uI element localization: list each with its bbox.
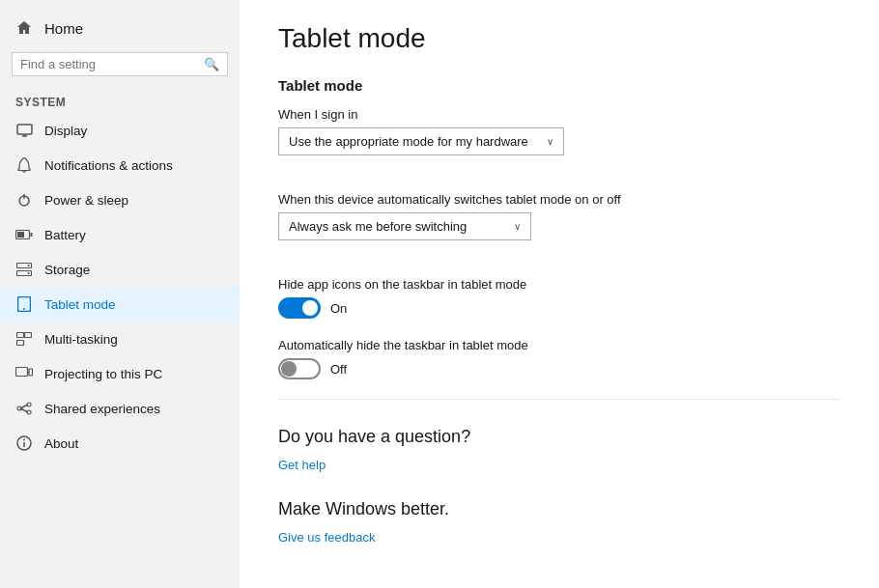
sign-in-dropdown-wrapper[interactable]: Use the appropriate mode for my hardware… [278, 127, 564, 155]
sidebar-item-storage-label: Storage [44, 263, 90, 277]
about-icon [15, 434, 33, 452]
svg-rect-15 [17, 341, 24, 346]
sidebar: Home 🔍 System Display Notifications & ac… [0, 0, 240, 588]
auto-switch-dropdown[interactable]: Always ask me before switching Always sw… [279, 213, 530, 239]
hide-taskbar-state: Off [330, 362, 347, 377]
hide-taskbar-label: Automatically hide the taskbar in tablet… [278, 338, 840, 352]
display-icon [15, 122, 33, 139]
sidebar-item-notifications[interactable]: Notifications & actions [0, 148, 240, 182]
svg-rect-14 [17, 333, 24, 338]
main-content: Tablet mode Tablet mode When I sign in U… [240, 0, 879, 588]
sidebar-item-shared-label: Shared experiences [44, 402, 160, 416]
sidebar-item-about[interactable]: About [0, 426, 240, 461]
svg-point-27 [23, 439, 25, 441]
project-icon [15, 365, 33, 382]
storage-icon [15, 261, 33, 278]
search-box[interactable]: 🔍 [12, 52, 228, 76]
svg-point-10 [28, 265, 30, 266]
give-feedback-link[interactable]: Give us feedback [278, 530, 375, 545]
auto-switch-setting: When this device automatically switches … [278, 192, 840, 258]
sign-in-setting: When I sign in Use the appropriate mode … [278, 107, 840, 173]
hide-taskbar-toggle-row: Off [278, 358, 840, 379]
svg-rect-6 [31, 233, 33, 237]
svg-rect-7 [17, 232, 24, 238]
sidebar-item-tablet-label: Tablet mode [44, 297, 116, 312]
search-icon: 🔍 [204, 57, 219, 71]
page-title: Tablet mode [278, 23, 840, 54]
feedback-section: Make Windows better. Give us feedback [278, 499, 840, 545]
tablet-icon [15, 295, 33, 313]
hide-icons-state: On [330, 301, 347, 316]
get-help-link[interactable]: Get help [278, 458, 326, 472]
sidebar-item-tablet[interactable]: Tablet mode [0, 287, 240, 322]
sidebar-item-display-label: Display [44, 124, 87, 138]
shared-icon [15, 400, 33, 417]
sidebar-item-about-label: About [44, 436, 78, 451]
sidebar-item-battery[interactable]: Battery [0, 217, 240, 252]
svg-rect-17 [16, 368, 28, 377]
sidebar-item-multitasking-label: Multi-tasking [44, 332, 118, 347]
sidebar-item-power[interactable]: Power & sleep [0, 182, 240, 217]
svg-rect-0 [17, 125, 32, 134]
svg-rect-18 [29, 369, 33, 376]
auto-switch-label: When this device automatically switches … [278, 192, 840, 207]
hide-icons-toggle-row: On [278, 297, 840, 319]
sidebar-section-label: System [0, 90, 240, 113]
sidebar-item-power-label: Power & sleep [44, 193, 128, 208]
sidebar-item-shared[interactable]: Shared experiences [0, 391, 240, 426]
hide-icons-label: Hide app icons on the taskbar in tablet … [278, 277, 840, 292]
hide-icons-setting: Hide app icons on the taskbar in tablet … [278, 277, 840, 319]
home-icon [15, 19, 33, 37]
hide-icons-toggle-thumb [302, 300, 318, 316]
hide-taskbar-toggle-thumb [281, 361, 297, 377]
sign-in-dropdown[interactable]: Use the appropriate mode for my hardware… [279, 128, 563, 154]
hide-taskbar-setting: Automatically hide the taskbar in tablet… [278, 338, 840, 379]
sidebar-item-projecting-label: Projecting to this PC [44, 367, 162, 381]
auto-switch-dropdown-wrapper[interactable]: Always ask me before switching Always sw… [278, 212, 531, 240]
multitask-icon [15, 330, 33, 348]
power-icon [15, 191, 33, 209]
sign-in-label: When I sign in [278, 107, 840, 122]
hide-icons-toggle[interactable] [278, 297, 321, 319]
svg-rect-16 [25, 333, 32, 338]
battery-icon [15, 226, 33, 243]
svg-point-11 [28, 272, 30, 274]
sidebar-item-display[interactable]: Display [0, 113, 240, 148]
section-title: Tablet mode [278, 77, 840, 94]
sidebar-home-label: Home [44, 20, 83, 37]
search-input[interactable] [20, 57, 198, 71]
question-title: Do you have a question? [278, 427, 840, 447]
bell-icon [15, 156, 33, 174]
sidebar-item-storage[interactable]: Storage [0, 252, 240, 287]
question-section: Do you have a question? Get help [278, 427, 840, 472]
sidebar-item-battery-label: Battery [44, 228, 86, 242]
svg-point-13 [23, 308, 25, 310]
sidebar-item-projecting[interactable]: Projecting to this PC [0, 356, 240, 391]
divider-1 [278, 399, 840, 400]
hide-taskbar-toggle[interactable] [278, 358, 321, 379]
sidebar-item-multitasking[interactable]: Multi-tasking [0, 322, 240, 356]
make-better-title: Make Windows better. [278, 499, 840, 519]
sidebar-item-notifications-label: Notifications & actions [44, 158, 173, 173]
sidebar-home-button[interactable]: Home [0, 10, 240, 48]
